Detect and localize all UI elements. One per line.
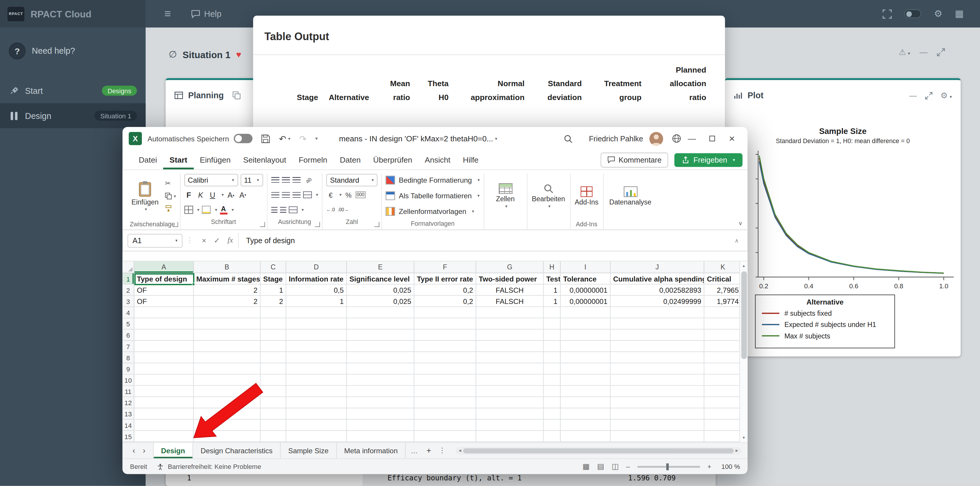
cell-I10[interactable]	[561, 374, 611, 386]
cell-J6[interactable]	[611, 330, 705, 341]
cell-C3[interactable]: 2	[261, 296, 286, 307]
scroll-left-icon[interactable]: ◂	[457, 448, 463, 453]
cut-icon[interactable]: ✂	[165, 178, 176, 188]
align-middle-icon[interactable]	[282, 177, 290, 183]
cell-J1[interactable]: Cumulative alpha spending	[611, 273, 705, 284]
cell-B9[interactable]	[194, 363, 261, 374]
sheet-tab-design[interactable]: Design	[153, 443, 193, 458]
cell-A1[interactable]: Type of design	[134, 273, 194, 284]
cell-F3[interactable]: 0,2	[414, 296, 476, 307]
cell-B7[interactable]	[194, 341, 261, 352]
row-header-8[interactable]: 8	[123, 352, 134, 363]
formula-bar-expand-icon[interactable]: ∧	[731, 237, 742, 244]
document-title[interactable]: means - IN design 'OF' kMax=2 thetaH0=0.…	[339, 134, 497, 143]
cell-K12[interactable]	[704, 397, 739, 408]
cell-G8[interactable]	[476, 352, 544, 363]
column-header-H[interactable]: H	[544, 261, 561, 273]
cell-E10[interactable]	[347, 374, 414, 386]
cell-G15[interactable]	[476, 431, 544, 442]
share-button[interactable]: Freigeben▾	[675, 153, 743, 167]
cell-F9[interactable]	[414, 363, 476, 374]
user-name[interactable]: Friedrich Pahlke	[589, 134, 643, 143]
align-bottom-icon[interactable]	[292, 177, 301, 183]
cell-H2[interactable]: 1	[544, 284, 561, 296]
globe-icon[interactable]	[672, 134, 681, 143]
cell-G13[interactable]	[476, 408, 544, 420]
cell-K14[interactable]	[704, 420, 739, 431]
italic-button[interactable]: K	[196, 189, 205, 201]
cell-K6[interactable]	[704, 330, 739, 341]
cell-H9[interactable]	[544, 363, 561, 374]
cell-D11[interactable]	[286, 386, 347, 397]
underline-button[interactable]: U	[208, 189, 217, 201]
sidebar-item-design[interactable]: Design Situation 1	[0, 103, 146, 128]
cell-C2[interactable]: 1	[261, 284, 286, 296]
sidebar-item-start[interactable]: Start Designs	[0, 78, 146, 103]
decrease-decimal-icon[interactable]: .00→	[337, 207, 348, 212]
wrap-text-icon[interactable]	[288, 206, 297, 213]
select-all-corner[interactable]	[123, 261, 134, 273]
cell-A6[interactable]	[134, 330, 194, 341]
scroll-right-icon[interactable]: ▸	[734, 448, 740, 453]
cell-F6[interactable]	[414, 330, 476, 341]
autosave-toggle[interactable]	[234, 134, 253, 143]
cell-C14[interactable]	[261, 420, 286, 431]
cell-E3[interactable]: 0,025	[347, 296, 414, 307]
cell-B12[interactable]	[194, 397, 261, 408]
cell-H6[interactable]	[544, 330, 561, 341]
scroll-down-icon[interactable]: ▾	[743, 435, 745, 440]
page-layout-icon[interactable]: ▤	[597, 462, 604, 471]
cell-H15[interactable]	[544, 431, 561, 442]
collapse-panel-icon[interactable]: —	[920, 48, 928, 57]
cell-D12[interactable]	[286, 397, 347, 408]
row-header-4[interactable]: 4	[123, 307, 134, 319]
cell-J13[interactable]	[611, 408, 705, 420]
cell-F7[interactable]	[414, 341, 476, 352]
cell-G9[interactable]	[476, 363, 544, 374]
cell-B8[interactable]	[194, 352, 261, 363]
gear-icon[interactable]: ⚙	[934, 8, 943, 19]
cell-D7[interactable]	[286, 341, 347, 352]
cell-G4[interactable]	[476, 307, 544, 319]
cell-D15[interactable]	[286, 431, 347, 442]
cell-G11[interactable]	[476, 386, 544, 397]
copy-icon[interactable]	[232, 91, 241, 99]
search-icon[interactable]	[564, 134, 573, 143]
cell-D8[interactable]	[286, 352, 347, 363]
ribbon-tab-ansicht[interactable]: Ansicht	[418, 150, 457, 169]
cell-B10[interactable]	[194, 374, 261, 386]
sheet-tab-design-characteristics[interactable]: Design Characteristics	[193, 443, 281, 458]
cell-G6[interactable]	[476, 330, 544, 341]
align-center-icon[interactable]	[282, 192, 290, 198]
dialog-launcher-icon[interactable]	[173, 222, 178, 227]
cell-G10[interactable]	[476, 374, 544, 386]
ribbon-tab-einfügen[interactable]: Einfügen	[194, 150, 237, 169]
cell-C6[interactable]	[261, 330, 286, 341]
column-header-I[interactable]: I	[561, 261, 611, 273]
cell-G5[interactable]	[476, 319, 544, 330]
cell-C9[interactable]	[261, 363, 286, 374]
cell-E1[interactable]: Significance level	[347, 273, 414, 284]
cell-A11[interactable]	[134, 386, 194, 397]
font-color-icon[interactable]: A	[220, 206, 227, 214]
dialog-launcher-icon[interactable]	[375, 222, 380, 227]
cell-A2[interactable]: OF	[134, 284, 194, 296]
align-left-icon[interactable]	[271, 192, 279, 198]
cell-B15[interactable]	[194, 431, 261, 442]
cell-J10[interactable]	[611, 374, 705, 386]
row-header-9[interactable]: 9	[123, 363, 134, 374]
cell-F4[interactable]	[414, 307, 476, 319]
cell-D6[interactable]	[286, 330, 347, 341]
theme-toggle[interactable]	[905, 10, 921, 18]
cell-H10[interactable]	[544, 374, 561, 386]
increase-font-icon[interactable]: A▴	[226, 189, 235, 201]
save-icon[interactable]	[262, 134, 270, 143]
zoom-slider[interactable]	[637, 466, 700, 467]
cells-button[interactable]: Zellen▾	[488, 173, 523, 219]
cancel-icon[interactable]: ×	[202, 236, 207, 245]
cell-E2[interactable]: 0,025	[347, 284, 414, 296]
cell-B4[interactable]	[194, 307, 261, 319]
row-header-6[interactable]: 6	[123, 330, 134, 341]
cell-J11[interactable]	[611, 386, 705, 397]
row-header-15[interactable]: 15	[123, 431, 134, 442]
